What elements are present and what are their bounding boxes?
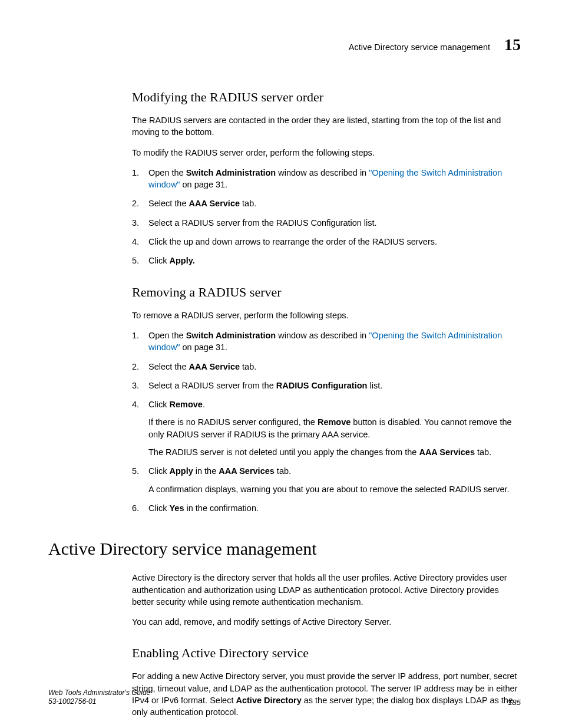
step-note: If there is no RADIUS server configured,… bbox=[148, 416, 521, 440]
step-item: Click Remove. If there is no RADIUS serv… bbox=[132, 398, 521, 458]
step-item: Click Apply. bbox=[132, 255, 521, 266]
body-text: To modify the RADIUS server order, perfo… bbox=[132, 147, 521, 159]
step-list: Open the Switch Administration window as… bbox=[132, 167, 521, 267]
body-text: You can add, remove, and modify settings… bbox=[132, 616, 521, 628]
step-item: Select the AAA Service tab. bbox=[132, 197, 521, 209]
step-note: The RADIUS server is not deleted until y… bbox=[148, 446, 521, 458]
page-header: Active Directory service management 15 bbox=[48, 35, 521, 54]
step-list: Open the Switch Administration window as… bbox=[132, 330, 521, 514]
step-item: Click Yes in the confirmation. bbox=[132, 502, 521, 514]
step-item: Select a RADIUS server from the RADIUS C… bbox=[132, 380, 521, 391]
step-note: A confirmation displays, warning you tha… bbox=[148, 483, 521, 495]
header-title: Active Directory service management bbox=[349, 42, 490, 52]
section-heading-enable-ad: Enabling Active Directory service bbox=[132, 645, 521, 661]
section-heading-modify-radius: Modifying the RADIUS server order bbox=[132, 90, 521, 105]
section-heading-remove-radius: Removing a RADIUS server bbox=[132, 285, 521, 300]
step-item: Click the up and down arrows to rearrang… bbox=[132, 236, 521, 248]
step-item: Open the Switch Administration window as… bbox=[132, 167, 521, 191]
footer-left: Web Tools Administrator's Guide 53-10027… bbox=[48, 689, 150, 707]
step-item: Click Apply in the AAA Services tab. A c… bbox=[132, 465, 521, 495]
step-item: Select a RADIUS server from the RADIUS C… bbox=[132, 217, 521, 229]
body-text: To remove a RADIUS server, perform the f… bbox=[132, 309, 521, 321]
page-footer: Web Tools Administrator's Guide 53-10027… bbox=[48, 689, 521, 707]
footer-page-number: 185 bbox=[508, 698, 521, 707]
body-text: Active Directory is the directory server… bbox=[132, 572, 521, 608]
chapter-number: 15 bbox=[504, 35, 521, 54]
body-text: The RADIUS servers are contacted in the … bbox=[132, 114, 521, 139]
main-heading-active-directory: Active Directory service management bbox=[48, 539, 521, 559]
step-item: Select the AAA Service tab. bbox=[132, 361, 521, 373]
footer-guide-title: Web Tools Administrator's Guide bbox=[48, 689, 150, 698]
footer-doc-number: 53-1002756-01 bbox=[48, 697, 150, 707]
step-item: Open the Switch Administration window as… bbox=[132, 330, 521, 354]
